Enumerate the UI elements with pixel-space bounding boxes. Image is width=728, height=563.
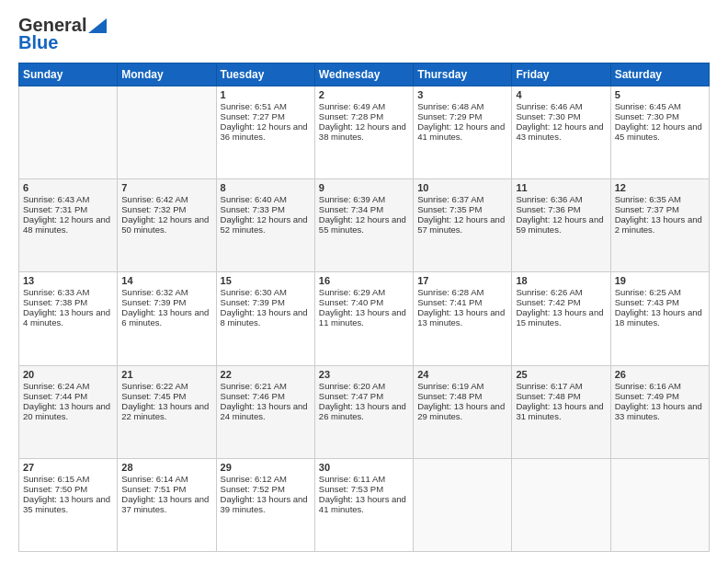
calendar-table: SundayMondayTuesdayWednesdayThursdayFrid… [18, 63, 710, 552]
day-number: 20 [23, 369, 113, 380]
daylight-text: Daylight: 13 hours and 20 minutes. [23, 401, 113, 421]
daylight-text: Daylight: 13 hours and 24 minutes. [221, 401, 311, 421]
day-number: 17 [417, 275, 507, 286]
calendar-cell [118, 86, 216, 179]
day-number: 6 [23, 182, 113, 193]
daylight-text: Daylight: 13 hours and 41 minutes. [319, 494, 409, 514]
calendar-cell: 17Sunrise: 6:28 AMSunset: 7:41 PMDayligh… [414, 272, 512, 365]
sunset-text: Sunset: 7:43 PM [615, 297, 705, 307]
daylight-text: Daylight: 13 hours and 35 minutes. [23, 494, 113, 514]
calendar-cell: 30Sunrise: 6:11 AMSunset: 7:53 PMDayligh… [314, 458, 413, 551]
daylight-text: Daylight: 12 hours and 55 minutes. [319, 214, 409, 235]
sunrise-text: Sunrise: 6:14 AM [121, 474, 211, 484]
calendar-cell: 16Sunrise: 6:29 AMSunset: 7:40 PMDayligh… [314, 272, 413, 365]
day-number: 26 [615, 369, 705, 380]
day-number: 27 [23, 462, 113, 473]
sunset-text: Sunset: 7:28 PM [319, 111, 409, 121]
calendar-cell: 22Sunrise: 6:21 AMSunset: 7:46 PMDayligh… [216, 365, 314, 458]
calendar-cell: 19Sunrise: 6:25 AMSunset: 7:43 PMDayligh… [610, 272, 709, 365]
svg-marker-0 [88, 18, 107, 33]
calendar-cell: 2Sunrise: 6:49 AMSunset: 7:28 PMDaylight… [314, 86, 413, 179]
day-number: 13 [23, 275, 113, 286]
sunset-text: Sunset: 7:41 PM [417, 297, 507, 307]
daylight-text: Daylight: 13 hours and 33 minutes. [615, 401, 705, 421]
weekday-header-row: SundayMondayTuesdayWednesdayThursdayFrid… [19, 63, 710, 86]
calendar-cell: 23Sunrise: 6:20 AMSunset: 7:47 PMDayligh… [314, 365, 413, 458]
daylight-text: Daylight: 13 hours and 31 minutes. [516, 401, 606, 421]
day-number: 30 [319, 462, 409, 473]
calendar-cell: 18Sunrise: 6:26 AMSunset: 7:42 PMDayligh… [512, 272, 610, 365]
calendar-cell: 14Sunrise: 6:32 AMSunset: 7:39 PMDayligh… [118, 272, 216, 365]
header: General Blue [18, 15, 710, 53]
calendar-cell: 26Sunrise: 6:16 AMSunset: 7:49 PMDayligh… [610, 365, 709, 458]
calendar-cell: 27Sunrise: 6:15 AMSunset: 7:50 PMDayligh… [19, 458, 118, 551]
sunset-text: Sunset: 7:52 PM [221, 484, 311, 494]
sunrise-text: Sunrise: 6:21 AM [221, 381, 311, 391]
sunrise-text: Sunrise: 6:12 AM [221, 474, 311, 484]
calendar-cell: 10Sunrise: 6:37 AMSunset: 7:35 PMDayligh… [414, 179, 512, 272]
sunrise-text: Sunrise: 6:30 AM [221, 287, 311, 297]
sunrise-text: Sunrise: 6:40 AM [221, 194, 311, 204]
day-number: 5 [615, 89, 705, 100]
sunrise-text: Sunrise: 6:33 AM [23, 287, 113, 297]
daylight-text: Daylight: 13 hours and 39 minutes. [221, 494, 311, 514]
sunrise-text: Sunrise: 6:39 AM [319, 194, 409, 204]
day-number: 16 [319, 275, 409, 286]
calendar-cell: 29Sunrise: 6:12 AMSunset: 7:52 PMDayligh… [216, 458, 314, 551]
sunrise-text: Sunrise: 6:25 AM [615, 287, 705, 297]
calendar-cell: 25Sunrise: 6:17 AMSunset: 7:48 PMDayligh… [512, 365, 610, 458]
page: General Blue SundayMondayTuesdayWednesda… [0, 0, 728, 563]
sunset-text: Sunset: 7:46 PM [221, 391, 311, 401]
day-number: 25 [516, 369, 606, 380]
calendar-cell: 9Sunrise: 6:39 AMSunset: 7:34 PMDaylight… [314, 179, 413, 272]
sunset-text: Sunset: 7:29 PM [417, 111, 507, 121]
sunrise-text: Sunrise: 6:19 AM [417, 381, 507, 391]
calendar-cell: 21Sunrise: 6:22 AMSunset: 7:45 PMDayligh… [118, 365, 216, 458]
daylight-text: Daylight: 12 hours and 45 minutes. [615, 121, 705, 142]
week-row-1: 1Sunrise: 6:51 AMSunset: 7:27 PMDaylight… [19, 86, 710, 179]
sunrise-text: Sunrise: 6:29 AM [319, 287, 409, 297]
sunrise-text: Sunrise: 6:20 AM [319, 381, 409, 391]
sunrise-text: Sunrise: 6:48 AM [417, 101, 507, 111]
logo: General Blue [18, 15, 107, 53]
sunrise-text: Sunrise: 6:35 AM [615, 194, 705, 204]
week-row-3: 13Sunrise: 6:33 AMSunset: 7:38 PMDayligh… [19, 272, 710, 365]
sunset-text: Sunset: 7:53 PM [319, 484, 409, 494]
sunrise-text: Sunrise: 6:46 AM [516, 101, 606, 111]
weekday-header-saturday: Saturday [610, 63, 709, 86]
calendar-cell: 1Sunrise: 6:51 AMSunset: 7:27 PMDaylight… [216, 86, 314, 179]
calendar-cell: 6Sunrise: 6:43 AMSunset: 7:31 PMDaylight… [19, 179, 118, 272]
day-number: 7 [121, 182, 211, 193]
weekday-header-tuesday: Tuesday [216, 63, 314, 86]
daylight-text: Daylight: 13 hours and 4 minutes. [23, 307, 113, 327]
daylight-text: Daylight: 13 hours and 11 minutes. [319, 307, 409, 327]
calendar-cell [610, 458, 709, 551]
daylight-text: Daylight: 13 hours and 6 minutes. [121, 307, 211, 327]
sunset-text: Sunset: 7:48 PM [417, 391, 507, 401]
day-number: 18 [516, 275, 606, 286]
weekday-header-thursday: Thursday [414, 63, 512, 86]
calendar-cell: 4Sunrise: 6:46 AMSunset: 7:30 PMDaylight… [512, 86, 610, 179]
calendar-cell: 12Sunrise: 6:35 AMSunset: 7:37 PMDayligh… [610, 179, 709, 272]
week-row-2: 6Sunrise: 6:43 AMSunset: 7:31 PMDaylight… [19, 179, 710, 272]
day-number: 11 [516, 182, 606, 193]
day-number: 12 [615, 182, 705, 193]
sunset-text: Sunset: 7:27 PM [221, 111, 311, 121]
sunrise-text: Sunrise: 6:45 AM [615, 101, 705, 111]
sunset-text: Sunset: 7:50 PM [23, 484, 113, 494]
daylight-text: Daylight: 13 hours and 22 minutes. [121, 401, 211, 421]
day-number: 10 [417, 182, 507, 193]
calendar-cell [414, 458, 512, 551]
calendar-cell: 15Sunrise: 6:30 AMSunset: 7:39 PMDayligh… [216, 272, 314, 365]
week-row-4: 20Sunrise: 6:24 AMSunset: 7:44 PMDayligh… [19, 365, 710, 458]
day-number: 15 [221, 275, 311, 286]
day-number: 4 [516, 89, 606, 100]
sunset-text: Sunset: 7:30 PM [516, 111, 606, 121]
sunrise-text: Sunrise: 6:24 AM [23, 381, 113, 391]
sunrise-text: Sunrise: 6:37 AM [417, 194, 507, 204]
calendar-cell [19, 86, 118, 179]
calendar-cell: 28Sunrise: 6:14 AMSunset: 7:51 PMDayligh… [118, 458, 216, 551]
week-row-5: 27Sunrise: 6:15 AMSunset: 7:50 PMDayligh… [19, 458, 710, 551]
calendar-cell: 20Sunrise: 6:24 AMSunset: 7:44 PMDayligh… [19, 365, 118, 458]
calendar-cell: 3Sunrise: 6:48 AMSunset: 7:29 PMDaylight… [414, 86, 512, 179]
